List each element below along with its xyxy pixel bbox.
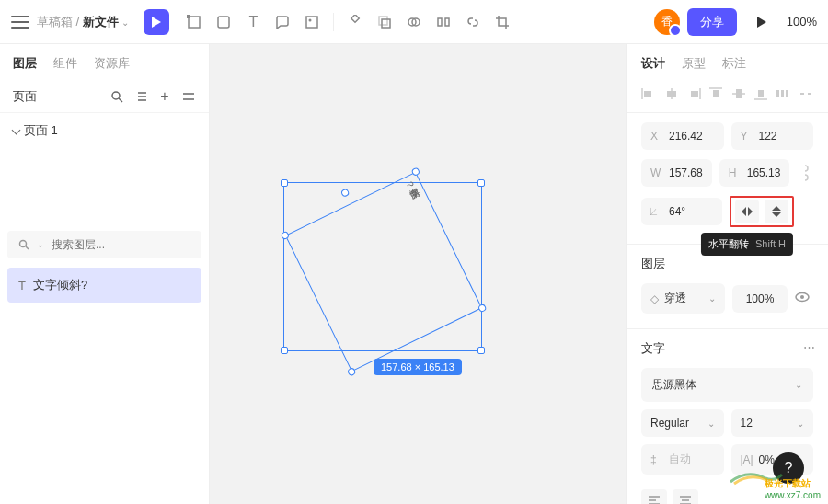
- pages-header: 页面 +: [0, 81, 209, 113]
- align-left-icon[interactable]: [641, 86, 656, 101]
- auto-layout-icon[interactable]: [435, 14, 452, 30]
- tab-annotate[interactable]: 标注: [722, 55, 746, 72]
- y-field[interactable]: Y122: [731, 122, 814, 150]
- svg-rect-33: [776, 90, 779, 97]
- menu-icon[interactable]: [11, 16, 29, 29]
- share-button[interactable]: 分享: [687, 8, 737, 36]
- breadcrumb-file: 新文件: [83, 15, 119, 29]
- svg-point-4: [309, 18, 312, 21]
- resize-handle[interactable]: [281, 179, 288, 187]
- top-bar: 草稿箱 / 新文件 ⌄ T 香 分享 100%: [0, 0, 828, 44]
- text-align-center-icon[interactable]: [673, 489, 698, 504]
- font-family-field[interactable]: 思源黑体 ⌄: [641, 368, 813, 402]
- line-height-icon: ‡: [650, 453, 663, 466]
- left-panel: 图层 组件 资源库 页面 + 页面 1 ⌄ T 文字倾斜?: [0, 44, 210, 504]
- svg-rect-10: [438, 18, 442, 26]
- align-right-icon[interactable]: [686, 86, 701, 101]
- resize-handle[interactable]: [477, 179, 485, 187]
- add-page-icon[interactable]: +: [157, 89, 172, 104]
- svg-rect-2: [218, 17, 229, 28]
- svg-rect-11: [445, 18, 449, 26]
- svg-rect-6: [379, 17, 387, 25]
- align-bottom-icon[interactable]: [753, 86, 768, 101]
- tab-prototype[interactable]: 原型: [682, 55, 706, 72]
- shape-text: 文字倾斜?: [403, 179, 417, 189]
- tab-layers[interactable]: 图层: [13, 55, 37, 72]
- align-row: [627, 81, 828, 113]
- svg-rect-32: [758, 90, 764, 97]
- width-field[interactable]: W157.68: [641, 159, 712, 187]
- rectangle-tool-icon[interactable]: [215, 14, 232, 30]
- font-weight-field[interactable]: Regular⌄: [641, 409, 724, 437]
- breadcrumb-folder: 草稿箱: [37, 15, 73, 29]
- move-tool[interactable]: [144, 9, 169, 35]
- list-icon[interactable]: [133, 89, 148, 104]
- x-field[interactable]: X216.42: [641, 122, 724, 150]
- toolbar: T: [186, 13, 511, 31]
- svg-rect-3: [306, 17, 317, 28]
- height-field[interactable]: H165.13: [719, 159, 790, 187]
- link-tool-icon[interactable]: [465, 14, 481, 30]
- chevron-down-icon[interactable]: ⌄: [121, 17, 129, 28]
- resize-handle[interactable]: [281, 347, 288, 354]
- layer-search-input[interactable]: [52, 238, 190, 251]
- blend-mode-field[interactable]: ◇ 穿透 ⌄: [641, 283, 725, 314]
- text-options-icon[interactable]: ⋯: [803, 340, 815, 354]
- page-item[interactable]: 页面 1: [0, 113, 209, 148]
- component-tool-icon[interactable]: [347, 14, 363, 30]
- align-top-icon[interactable]: [708, 86, 723, 101]
- svg-rect-34: [781, 90, 784, 97]
- right-tabs: 设计 原型 标注: [627, 44, 828, 81]
- distribute-v-icon[interactable]: [799, 86, 813, 101]
- present-icon[interactable]: [753, 14, 770, 30]
- flip-horizontal-button[interactable]: 水平翻转 Shift H: [735, 200, 759, 223]
- visibility-icon[interactable]: [795, 292, 813, 305]
- boolean-tool-icon[interactable]: [406, 14, 422, 30]
- align-center-h-icon[interactable]: [663, 86, 678, 101]
- flip-vertical-button[interactable]: [765, 200, 788, 223]
- angle-icon: ⟀: [650, 205, 663, 218]
- search-icon[interactable]: [109, 89, 124, 104]
- rotate-handle[interactable]: [347, 367, 357, 377]
- align-center-v-icon[interactable]: [731, 86, 746, 101]
- avatar[interactable]: 香: [654, 9, 680, 35]
- svg-line-13: [119, 98, 122, 102]
- text-layer-icon: T: [18, 279, 26, 292]
- text-tool-icon[interactable]: T: [245, 14, 261, 30]
- mask-tool-icon[interactable]: [376, 14, 393, 30]
- constrain-icon[interactable]: [797, 159, 813, 187]
- zoom-level[interactable]: 100%: [787, 15, 817, 29]
- text-section-title: 文字 ⋯: [627, 329, 828, 361]
- tab-design[interactable]: 设计: [641, 55, 665, 72]
- chevron-down-icon[interactable]: ⌄: [37, 240, 44, 249]
- svg-line-20: [26, 246, 29, 249]
- tab-components[interactable]: 组件: [53, 55, 77, 72]
- opacity-field[interactable]: 100%: [732, 285, 788, 313]
- collapse-icon[interactable]: [181, 89, 196, 104]
- resize-handle[interactable]: [477, 347, 485, 354]
- search-icon: [18, 239, 29, 250]
- watermark: 极光下载站 www.xz7.com: [765, 477, 821, 500]
- font-size-field[interactable]: 12⌄: [731, 409, 814, 437]
- svg-point-12: [112, 92, 120, 99]
- svg-rect-26: [691, 91, 698, 97]
- layer-item[interactable]: T 文字倾斜?: [7, 268, 201, 303]
- svg-point-39: [800, 295, 804, 299]
- left-tabs: 图层 组件 资源库: [0, 44, 209, 81]
- tab-assets[interactable]: 资源库: [94, 55, 130, 72]
- comment-tool-icon[interactable]: [274, 14, 291, 30]
- breadcrumb[interactable]: 草稿箱 / 新文件 ⌄: [37, 14, 129, 30]
- frame-tool-icon[interactable]: [186, 14, 202, 30]
- angle-field[interactable]: ⟀64°: [641, 198, 722, 225]
- image-tool-icon[interactable]: [304, 14, 320, 30]
- layer-item-label: 文字倾斜?: [33, 277, 87, 293]
- text-align-left-icon[interactable]: [641, 489, 667, 504]
- canvas[interactable]: 文字倾斜? 157.68 × 165.13: [210, 44, 626, 504]
- svg-point-19: [20, 241, 27, 247]
- letter-spacing-icon: |A|: [741, 453, 753, 466]
- distribute-h-icon[interactable]: [776, 86, 790, 101]
- crop-tool-icon[interactable]: [494, 14, 511, 30]
- svg-rect-5: [351, 15, 359, 22]
- line-height-field[interactable]: ‡自动: [641, 444, 724, 475]
- rotate-handle[interactable]: [410, 166, 420, 177]
